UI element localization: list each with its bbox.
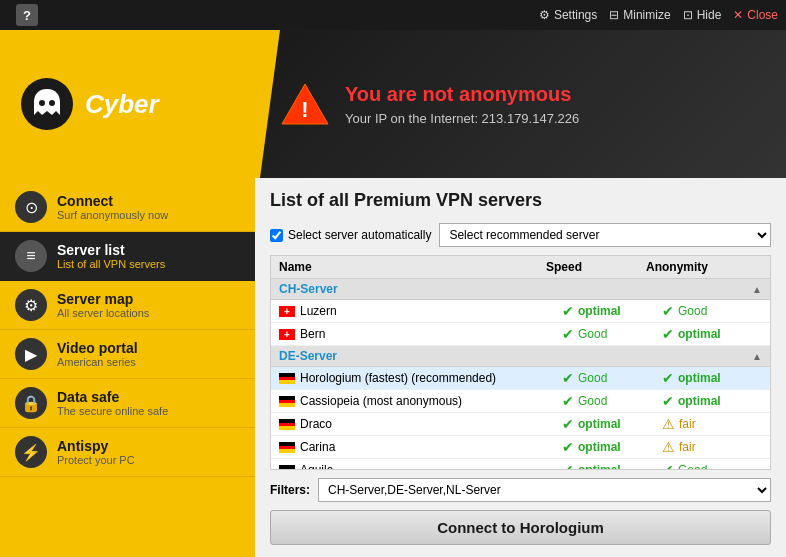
antispy-icon: ⚡ <box>15 436 47 468</box>
server-list-icon: ≡ <box>15 240 47 272</box>
settings-button[interactable]: ⚙ Settings <box>539 8 597 22</box>
antispy-sublabel: Protect your PC <box>57 454 135 466</box>
flag-ch-icon <box>279 329 295 340</box>
auto-select-text: Select server automatically <box>288 228 431 242</box>
filters-dropdown[interactable]: CH-Server,DE-Server,NL-Server <box>318 478 771 502</box>
anonymity-cell: ✔ optimal <box>662 370 762 386</box>
de-group-label: DE-Server <box>279 349 337 363</box>
header: CyberGhost ! You are not anonymous Your … <box>0 30 786 178</box>
svg-point-1 <box>39 100 45 106</box>
settings-icon: ⚙ <box>539 8 550 22</box>
hide-button[interactable]: ⊡ Hide <box>683 8 722 22</box>
de-group-toggle[interactable] <box>752 349 762 363</box>
server-name-luzern: Luzern <box>279 304 562 318</box>
logo-text: CyberGhost <box>85 89 234 120</box>
connect-button[interactable]: Connect to Horologium <box>270 510 771 545</box>
minimize-button[interactable]: ⊟ Minimize <box>609 8 670 22</box>
video-portal-label: Video portal <box>57 340 138 356</box>
anonymity-cell: ✔ Good <box>662 303 762 319</box>
sidebar-item-connect[interactable]: ⊙ Connect Surf anonymously now <box>0 183 255 232</box>
speed-cell: ✔ Good <box>562 326 662 342</box>
anon-warn-icon: ⚠ <box>662 416 675 432</box>
speed-check-icon: ✔ <box>562 462 574 469</box>
sidebar-item-video-portal[interactable]: ▶ Video portal American series <box>0 330 255 379</box>
table-row[interactable]: Carina ✔ optimal ⚠ fair <box>271 436 770 459</box>
anon-check-icon: ✔ <box>662 393 674 409</box>
close-icon: ✕ <box>733 8 743 22</box>
alert-banner: ! You are not anonymous Your IP on the I… <box>260 30 786 178</box>
server-name-horologium: Horologium (fastest) (recommended) <box>279 371 562 385</box>
server-list-label: Server list <box>57 242 165 258</box>
sidebar-item-server-map[interactable]: ⚙ Server map All server locations <box>0 281 255 330</box>
data-safe-icon: 🔒 <box>15 387 47 419</box>
speed-cell: ✔ Good <box>562 393 662 409</box>
anonymity-cell: ⚠ fair <box>662 439 762 455</box>
toolbar: Select server automatically Select recom… <box>270 223 771 247</box>
svg-text:!: ! <box>301 97 308 122</box>
alert-title: You are not anonymous <box>345 83 579 106</box>
auto-select-checkbox[interactable] <box>270 229 283 242</box>
ch-group-label: CH-Server <box>279 282 338 296</box>
recommended-server-dropdown[interactable]: Select recommended serverFastest serverM… <box>439 223 771 247</box>
anonymity-cell: ⚠ fair <box>662 416 762 432</box>
filters-row: Filters: CH-Server,DE-Server,NL-Server <box>270 478 771 502</box>
flag-de-icon <box>279 465 295 470</box>
sidebar-item-server-list[interactable]: ≡ Server list List of all VPN servers <box>0 232 255 281</box>
group-header-ch: CH-Server <box>271 279 770 300</box>
anon-warn-icon: ⚠ <box>662 439 675 455</box>
speed-check-icon: ✔ <box>562 326 574 342</box>
anon-check-icon: ✔ <box>662 326 674 342</box>
speed-check-icon: ✔ <box>562 416 574 432</box>
speed-cell: ✔ Good <box>562 370 662 386</box>
close-button[interactable]: ✕ Close <box>733 8 778 22</box>
alert-subtitle: Your IP on the Internet: 213.179.147.226 <box>345 111 579 126</box>
video-portal-sublabel: American series <box>57 356 138 368</box>
flag-de-icon <box>279 396 295 407</box>
page-title: List of all Premium VPN servers <box>270 190 771 211</box>
server-name-cassiopeia: Cassiopeia (most anonymous) <box>279 394 562 408</box>
table-row[interactable]: Aquila ✔ optimal ✔ Good <box>271 459 770 469</box>
anonymity-cell: ✔ optimal <box>662 326 762 342</box>
server-list-sublabel: List of all VPN servers <box>57 258 165 270</box>
main-layout: ⊙ Connect Surf anonymously now ≡ Server … <box>0 178 786 557</box>
help-button[interactable]: ? <box>16 4 38 26</box>
anon-check-icon: ✔ <box>662 370 674 386</box>
connect-label: Connect <box>57 193 168 209</box>
speed-cell: ✔ optimal <box>562 462 662 469</box>
hide-icon: ⊡ <box>683 8 693 22</box>
anonymity-cell: ✔ optimal <box>662 393 762 409</box>
table-row[interactable]: Bern ✔ Good ✔ optimal <box>271 323 770 346</box>
col-speed: Speed <box>546 260 646 274</box>
speed-check-icon: ✔ <box>562 439 574 455</box>
speed-cell: ✔ optimal <box>562 439 662 455</box>
anon-check-icon: ✔ <box>662 462 674 469</box>
table-row[interactable]: Horologium (fastest) (recommended) ✔ Goo… <box>271 367 770 390</box>
flag-de-icon <box>279 442 295 453</box>
ghost-logo-icon <box>20 77 75 132</box>
data-safe-sublabel: The secure online safe <box>57 405 168 417</box>
content-area: List of all Premium VPN servers Select s… <box>255 178 786 557</box>
col-scroll <box>746 260 762 274</box>
data-safe-label: Data safe <box>57 389 168 405</box>
table-row[interactable]: Draco ✔ optimal ⚠ fair <box>271 413 770 436</box>
server-map-sublabel: All server locations <box>57 307 149 319</box>
speed-cell: ✔ optimal <box>562 416 662 432</box>
server-name-bern: Bern <box>279 327 562 341</box>
sidebar-item-antispy[interactable]: ⚡ Antispy Protect your PC <box>0 428 255 477</box>
table-row[interactable]: Luzern ✔ optimal ✔ Good <box>271 300 770 323</box>
svg-point-2 <box>49 100 55 106</box>
ch-group-toggle[interactable] <box>752 282 762 296</box>
alert-text: You are not anonymous Your IP on the Int… <box>345 83 579 126</box>
title-bar: ? ⚙ Settings ⊟ Minimize ⊡ Hide ✕ Close <box>0 0 786 30</box>
speed-check-icon: ✔ <box>562 370 574 386</box>
auto-select-label[interactable]: Select server automatically <box>270 228 431 242</box>
alert-triangle-icon: ! <box>280 79 330 129</box>
table-body[interactable]: CH-Server Luzern ✔ optimal ✔ Good <box>271 279 770 469</box>
table-row[interactable]: Cassiopeia (most anonymous) ✔ Good ✔ opt… <box>271 390 770 413</box>
table-header: Name Speed Anonymity <box>271 256 770 279</box>
server-name-aquila: Aquila <box>279 463 562 469</box>
sidebar-item-data-safe[interactable]: 🔒 Data safe The secure online safe <box>0 379 255 428</box>
speed-cell: ✔ optimal <box>562 303 662 319</box>
server-map-icon: ⚙ <box>15 289 47 321</box>
flag-ch-icon <box>279 306 295 317</box>
